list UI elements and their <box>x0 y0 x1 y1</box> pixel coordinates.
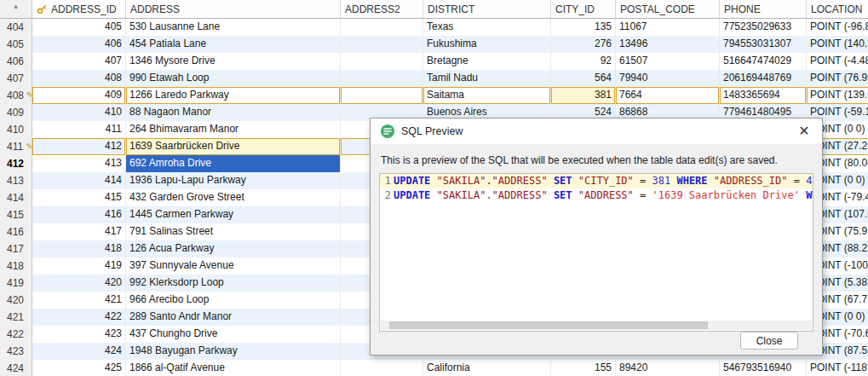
cell-postal_code[interactable]: 11067 <box>616 19 720 36</box>
cell-location[interactable]: POINT (-96.8 <box>807 19 868 36</box>
row-number-cell[interactable]: 412 <box>0 155 32 172</box>
row-number-cell[interactable]: 414 <box>0 189 32 206</box>
cell-city_id[interactable]: 155 <box>551 360 616 376</box>
row-number-cell[interactable]: 418 <box>0 257 32 275</box>
column-header-address[interactable]: ADDRESS <box>126 0 341 18</box>
cell-address_id[interactable]: 417 <box>32 223 126 240</box>
cell-address_id[interactable]: 414 <box>32 172 126 189</box>
row-number-cell[interactable]: 410 <box>0 121 32 138</box>
column-header-postal_code[interactable]: POSTAL_CODE <box>616 0 720 18</box>
column-header-district[interactable]: DISTRICT <box>423 0 551 18</box>
cell-postal_code[interactable]: 79940 <box>616 70 720 87</box>
row-number-cell[interactable]: 413 <box>0 172 32 189</box>
cell-address[interactable]: 791 Salinas Street <box>126 223 341 240</box>
cell-address[interactable]: 1266 Laredo Parkway <box>126 87 341 104</box>
cell-address2[interactable] <box>341 36 423 53</box>
cell-address_id[interactable]: 406 <box>32 36 126 53</box>
cell-district[interactable]: Texas <box>423 19 551 36</box>
row-number-cell[interactable]: 417 <box>0 240 32 257</box>
cell-city_id[interactable]: 381 <box>551 87 616 104</box>
row-number-cell[interactable]: 419 <box>0 275 32 292</box>
cell-address[interactable]: 432 Garden Grove Street <box>126 189 341 206</box>
row-number-cell[interactable]: 415 <box>0 206 32 223</box>
cell-address_id[interactable]: 415 <box>32 189 126 206</box>
column-header-phone[interactable]: PHONE <box>720 0 807 18</box>
cell-district[interactable]: Bretagne <box>423 53 551 70</box>
cell-postal_code[interactable]: 7664 <box>616 87 720 104</box>
cell-address_id[interactable]: 409 <box>32 87 126 104</box>
cell-location[interactable]: POINT (139.6 <box>807 87 868 104</box>
corner-header-cell[interactable]: * <box>0 0 32 18</box>
cell-location[interactable]: POINT (140.3 <box>807 36 868 53</box>
row-number-cell[interactable]: 416 <box>0 223 32 240</box>
cell-phone[interactable]: 794553031307 <box>720 36 807 53</box>
cell-address[interactable]: 1936 Lapu-Lapu Parkway <box>126 172 341 189</box>
cell-address[interactable]: 1445 Carmen Parkway <box>126 206 341 223</box>
cell-address_id[interactable]: 419 <box>32 257 126 275</box>
cell-address[interactable]: 1346 Mysore Drive <box>126 53 341 70</box>
cell-address_id[interactable]: 423 <box>32 326 126 343</box>
cell-location[interactable]: POINT (-4.48 <box>807 53 868 70</box>
cell-district[interactable]: California <box>423 360 551 376</box>
cell-address2[interactable] <box>341 19 423 36</box>
cell-address_id[interactable]: 422 <box>32 309 126 326</box>
cell-address[interactable]: 454 Patiala Lane <box>126 36 341 53</box>
cell-address_id[interactable]: 418 <box>32 240 126 257</box>
cell-address[interactable]: 966 Arecibo Loop <box>126 292 341 309</box>
column-header-address2[interactable]: ADDRESS2 <box>341 0 423 18</box>
cell-city_id[interactable]: 564 <box>551 70 616 87</box>
cell-address[interactable]: 264 Bhimavaram Manor <box>126 121 341 138</box>
close-icon[interactable]: ✕ <box>793 122 815 141</box>
close-button[interactable]: Close <box>740 332 798 350</box>
cell-postal_code[interactable]: 13496 <box>616 36 720 53</box>
cell-city_id[interactable]: 135 <box>551 19 616 36</box>
horizontal-scrollbar[interactable] <box>381 321 812 330</box>
cell-phone[interactable]: 1483365694 <box>720 87 807 104</box>
cell-address_id[interactable]: 420 <box>32 275 126 292</box>
row-number-cell[interactable]: 422 <box>0 326 32 343</box>
cell-address_id[interactable]: 425 <box>32 360 126 376</box>
row-number-cell[interactable]: 407 <box>0 70 32 87</box>
cell-address_id[interactable]: 410 <box>32 104 126 121</box>
cell-phone[interactable]: 206169448769 <box>720 70 807 87</box>
cell-address[interactable]: 530 Lausanne Lane <box>126 19 341 36</box>
cell-address_id[interactable]: 416 <box>32 206 126 223</box>
cell-district[interactable]: Tamil Nadu <box>423 70 551 87</box>
cell-address2[interactable] <box>341 53 423 70</box>
cell-address[interactable]: 126 Acua Parkway <box>126 240 341 257</box>
cell-address_id[interactable]: 411 <box>32 121 126 138</box>
cell-district[interactable]: Saitama <box>423 87 551 104</box>
row-number-cell[interactable]: 406 <box>0 53 32 70</box>
cell-address2[interactable] <box>341 87 423 104</box>
row-number-cell[interactable]: 421 <box>0 309 32 326</box>
cell-district[interactable]: Fukushima <box>423 36 551 53</box>
sql-preview-editor[interactable]: 1UPDATE "SAKILA"."ADDRESS" SET "CITY_ID"… <box>379 173 813 332</box>
cell-address[interactable]: 692 Amroha Drive <box>126 155 341 172</box>
cell-address[interactable]: 289 Santo Andr Manor <box>126 309 341 326</box>
row-number-cell[interactable]: 405 <box>0 36 32 53</box>
row-number-cell[interactable]: 420 <box>0 292 32 309</box>
cell-city_id[interactable]: 276 <box>551 36 616 53</box>
cell-postal_code[interactable]: 89420 <box>616 360 720 376</box>
column-header-city_id[interactable]: CITY_ID <box>551 0 616 18</box>
row-number-cell[interactable]: 423 <box>0 343 32 360</box>
cell-location[interactable]: POINT (76.95 <box>807 70 868 87</box>
cell-postal_code[interactable]: 61507 <box>616 53 720 70</box>
cell-phone[interactable]: 546793516940 <box>720 360 807 376</box>
cell-address_id[interactable]: 408 <box>32 70 126 87</box>
cell-phone[interactable]: 775235029633 <box>720 19 807 36</box>
row-number-cell[interactable]: 409 <box>0 104 32 121</box>
cell-city_id[interactable]: 92 <box>551 53 616 70</box>
cell-address[interactable]: 1948 Bayugan Parkway <box>126 343 341 360</box>
cell-address[interactable]: 437 Chungho Drive <box>126 326 341 343</box>
cell-address2[interactable] <box>341 360 423 376</box>
cell-location[interactable]: POINT (-118 <box>807 360 868 376</box>
row-number-cell[interactable]: 404 <box>0 19 32 36</box>
cell-address_id[interactable]: 424 <box>32 343 126 360</box>
cell-address[interactable]: 88 Nagaon Manor <box>126 104 341 121</box>
cell-address_id[interactable]: 405 <box>32 19 126 36</box>
cell-address[interactable]: 1866 al-Qatif Avenue <box>126 360 341 376</box>
scrollbar-thumb[interactable] <box>389 321 708 329</box>
cell-address_id[interactable]: 407 <box>32 53 126 70</box>
cell-address_id[interactable]: 413 <box>32 155 126 172</box>
